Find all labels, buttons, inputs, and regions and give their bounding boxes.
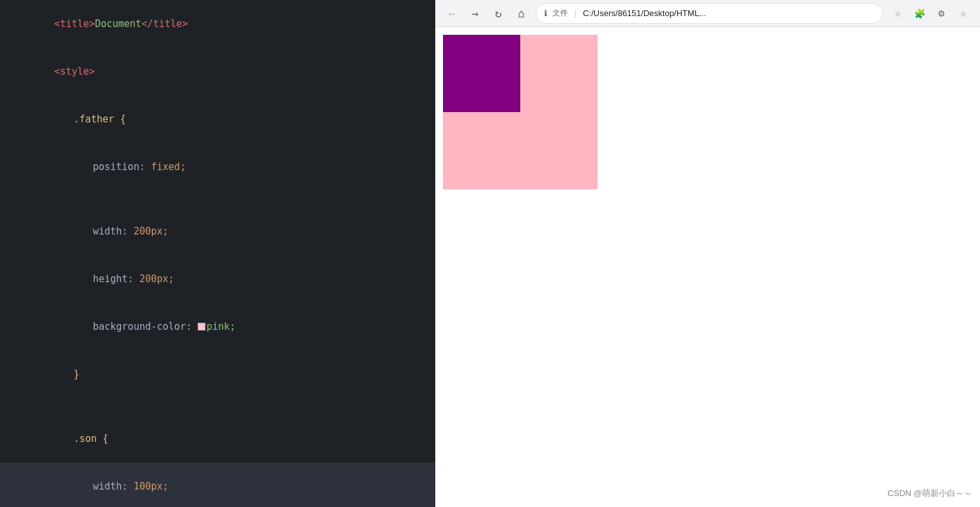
selector-father: .father [73, 113, 120, 125]
toolbar-icons: ☆ 🧩 ⚙ ☆ [889, 5, 972, 23]
refresh-button[interactable]: ↻ [489, 5, 507, 23]
demo-area [443, 35, 598, 189]
code-line: } [0, 350, 435, 398]
code-line: height: 200px; [0, 255, 435, 303]
code-editor: <title>Document</title> <style> .father … [0, 0, 435, 507]
code-line: .father { [0, 95, 435, 143]
code-line: <style> [0, 48, 435, 95]
code-line: width: 200px; [0, 207, 435, 255]
selector-son: .son [73, 433, 102, 445]
code-line: .son { [0, 415, 435, 463]
bookmark-icon: ☆ [960, 7, 966, 19]
back-button[interactable]: ← [443, 5, 461, 23]
file-label: 文件 [552, 8, 568, 19]
star-icon: ☆ [894, 7, 901, 19]
title-text: Document [95, 18, 141, 30]
val-width: 200px; [133, 225, 168, 237]
separator: | [573, 9, 578, 18]
bracket-open: { [102, 433, 108, 445]
code-line: <title>Document</title> [0, 0, 435, 48]
address-bar[interactable]: ℹ 文件 | C:/Users/86151/Desktop/HTML... [536, 3, 883, 24]
tag-open: <title> [54, 18, 95, 30]
forward-icon: → [472, 6, 479, 20]
tag-close: </title> [142, 18, 188, 30]
val-100: 100px; [133, 481, 168, 492]
browser-content: CSDN @萌新小白～～ [435, 27, 980, 507]
prop-width-son: width: [93, 481, 133, 492]
val-fixed: fixed; [151, 161, 186, 173]
bracket-close: } [73, 368, 79, 380]
info-icon: ℹ [544, 8, 547, 18]
prop-width: width: [93, 225, 133, 237]
son-div [443, 35, 520, 112]
bookmark-button[interactable]: ☆ [954, 5, 972, 23]
extension-button[interactable]: 🧩 [910, 5, 928, 23]
browser-panel: ← → ↻ ⌂ ℹ 文件 | C:/Users/86151/Desktop/HT… [435, 0, 980, 507]
browser-toolbar: ← → ↻ ⌂ ℹ 文件 | C:/Users/86151/Desktop/HT… [435, 0, 980, 27]
address-text: C:/Users/86151/Desktop/HTML... [583, 8, 706, 18]
code-line [0, 398, 435, 415]
style-open: <style> [54, 66, 95, 77]
code-line [0, 191, 435, 207]
home-icon: ⌂ [518, 6, 525, 20]
color-swatch-pink [198, 323, 205, 330]
extension-icon: 🧩 [914, 8, 925, 19]
refresh-icon: ↻ [495, 6, 502, 20]
bracket-open: { [120, 113, 126, 125]
prop-height: height: [93, 273, 139, 285]
prop-bg: background-color: [93, 321, 198, 332]
code-line: background-color: pink; [0, 303, 435, 350]
val-pink: pink; [207, 321, 236, 332]
val-height: 200px; [139, 273, 174, 285]
father-div [443, 35, 598, 189]
settings-button[interactable]: ⚙ [932, 5, 950, 23]
prop-position: position: [93, 161, 151, 173]
back-icon: ← [449, 6, 456, 20]
code-line: position: fixed; [0, 143, 435, 191]
forward-button[interactable]: → [466, 5, 484, 23]
star-button[interactable]: ☆ [889, 5, 907, 23]
home-button[interactable]: ⌂ [513, 5, 531, 23]
watermark: CSDN @萌新小白～～ [887, 488, 972, 499]
code-line: width: 100px; [0, 463, 435, 507]
settings-icon: ⚙ [938, 7, 945, 19]
